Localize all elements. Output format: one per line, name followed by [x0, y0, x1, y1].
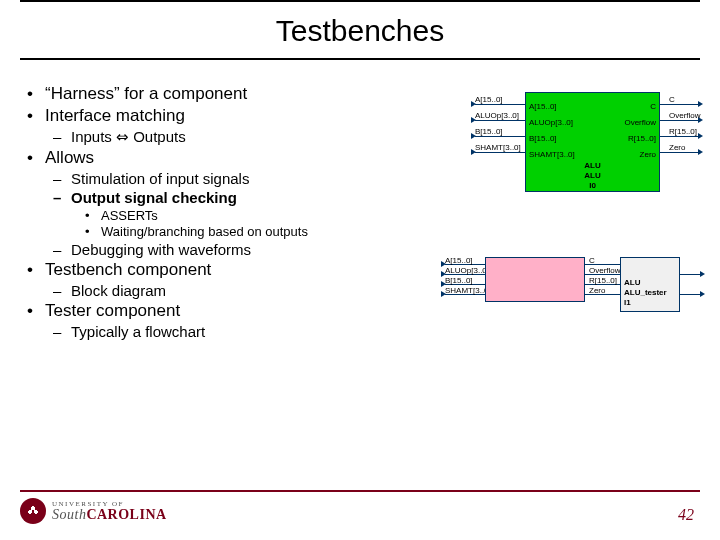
university-logo: UNIVERSITY OF SouthCAROLINA: [20, 498, 167, 524]
grey-block: ALU ALU_tester I1: [620, 257, 680, 312]
port-label: A[15..0]: [529, 102, 557, 111]
label: Overflow: [589, 266, 621, 275]
label: ALUOp[3..0]: [445, 266, 489, 275]
port-out: [698, 101, 703, 107]
bullet-harness: “Harness” for a component: [25, 84, 415, 104]
page-number: 42: [678, 506, 700, 524]
port-out: [700, 291, 705, 297]
port-label: ALUOp[3..0]: [529, 118, 573, 127]
wire: [680, 274, 700, 275]
bullet-flowchart: Typically a flowchart: [53, 323, 415, 340]
bullet-allows: Allows: [25, 148, 415, 168]
label: B[15..0]: [475, 127, 503, 136]
logo-south: South: [52, 507, 86, 522]
port-label: R[15..0]: [628, 134, 656, 143]
label: Overflow: [669, 111, 701, 120]
label: Zero: [669, 143, 685, 152]
label: C: [669, 95, 675, 104]
label: A[15..0]: [445, 256, 473, 265]
logo-main-text: SouthCAROLINA: [52, 508, 167, 522]
block-name: ALU: [624, 278, 640, 287]
port-label: SHAMT[3..0]: [529, 150, 575, 159]
bullet-tester-comp: Tester component: [25, 301, 415, 321]
block-diagram: A[15..0] ALUOp[3..0] B[15..0] SHAMT[3..0…: [415, 82, 705, 342]
label: ALUOp[3..0]: [475, 111, 519, 120]
bullet-block-diagram: Block diagram: [53, 282, 415, 299]
wire: [475, 104, 525, 105]
label: SHAMT[3..0]: [475, 143, 521, 152]
wire: [660, 104, 698, 105]
logo-text: UNIVERSITY OF SouthCAROLINA: [52, 501, 167, 522]
tester-block: [485, 257, 585, 302]
port-out: [700, 271, 705, 277]
bullet-testbench-comp: Testbench component: [25, 260, 415, 280]
label: Zero: [589, 286, 605, 295]
port-out: [698, 149, 703, 155]
block-name: ALU: [526, 171, 659, 180]
label: R[15..0]: [589, 276, 617, 285]
footer-inner: UNIVERSITY OF SouthCAROLINA 42: [20, 498, 700, 524]
footer-rule: [20, 490, 700, 492]
bullet-asserts: ASSERTs: [85, 208, 415, 223]
wire: [660, 136, 698, 137]
port-out: [698, 133, 703, 139]
logo-carolina: CAROLINA: [86, 507, 166, 522]
port-label: Zero: [640, 150, 656, 159]
diagram-column: A[15..0] ALUOp[3..0] B[15..0] SHAMT[3..0…: [415, 82, 710, 342]
wire: [475, 120, 525, 121]
wire: [660, 120, 698, 121]
wire: [680, 294, 700, 295]
bullet-debugging: Debugging with waveforms: [53, 241, 415, 258]
bullet-output-checking: Output signal checking: [53, 189, 415, 206]
label: B[15..0]: [445, 276, 473, 285]
bullet-interface: Interface matching: [25, 106, 415, 126]
block-name: ALU: [526, 161, 659, 170]
slide-title: Testbenches: [0, 2, 720, 58]
bullet-column: “Harness” for a component Interface matc…: [10, 82, 415, 342]
label: A[15..0]: [475, 95, 503, 104]
bullet-stimulation: Stimulation of input signals: [53, 170, 415, 187]
wire: [475, 136, 525, 137]
port-label: C: [650, 102, 656, 111]
label: SHAMT[3..0]: [445, 286, 491, 295]
port-label: B[15..0]: [529, 134, 557, 143]
body: “Harness” for a component Interface matc…: [0, 60, 720, 342]
bullet-waiting: Waiting/branching based on outputs: [85, 224, 415, 239]
bullet-inputs-outputs: Inputs ⇔ Outputs: [53, 128, 415, 146]
port-label: Overflow: [624, 118, 656, 127]
label: C: [589, 256, 595, 265]
wire: [475, 152, 525, 153]
block-inst: I0: [526, 181, 659, 190]
wire: [660, 152, 698, 153]
block-name: ALU_tester: [624, 288, 667, 297]
label: R[15..0]: [669, 127, 697, 136]
logo-tree-icon: [20, 498, 46, 524]
alu-block: A[15..0] ALUOp[3..0] B[15..0] SHAMT[3..0…: [525, 92, 660, 192]
block-inst: I1: [624, 298, 631, 307]
footer: UNIVERSITY OF SouthCAROLINA 42: [20, 490, 700, 524]
